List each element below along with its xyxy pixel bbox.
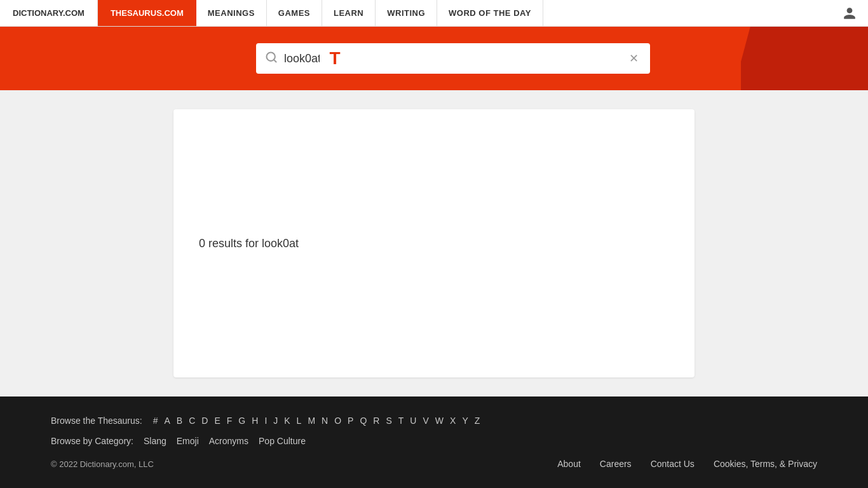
browse-category-label: Browse by Category: bbox=[51, 436, 133, 446]
clear-search-button[interactable]: ✕ bbox=[627, 49, 641, 68]
browse-letters-row: Browse the Thesaurus: # A B C D E F G H … bbox=[51, 416, 817, 426]
browse-letter-q[interactable]: Q bbox=[358, 416, 369, 426]
logo-icon: T bbox=[320, 43, 350, 74]
nav-meanings[interactable]: MEANINGS bbox=[196, 0, 267, 26]
browse-letter-j[interactable]: J bbox=[271, 416, 280, 426]
site-header: T ✕ bbox=[0, 27, 868, 90]
browse-letter-i[interactable]: I bbox=[262, 416, 269, 426]
footer-careers-link[interactable]: Careers bbox=[600, 459, 632, 469]
browse-letter-e[interactable]: E bbox=[212, 416, 222, 426]
footer-links: About Careers Contact Us Cookies, Terms,… bbox=[557, 459, 817, 469]
browse-letter-k[interactable]: K bbox=[282, 416, 292, 426]
thesaurus-tab[interactable]: THESAURUS.COM bbox=[98, 0, 196, 26]
browse-letter-r[interactable]: R bbox=[371, 416, 381, 426]
browse-letter-m[interactable]: M bbox=[306, 416, 317, 426]
browse-letter-u[interactable]: U bbox=[408, 416, 418, 426]
browse-letter-n[interactable]: N bbox=[320, 416, 330, 426]
browse-letter-p[interactable]: P bbox=[346, 416, 355, 426]
browse-letter-o[interactable]: O bbox=[332, 416, 343, 426]
results-card: 0 results for look0at bbox=[173, 109, 695, 377]
footer-about-link[interactable]: About bbox=[557, 459, 581, 469]
browse-thesaurus-label: Browse the Thesaurus: bbox=[51, 416, 142, 426]
main-content: 0 results for look0at bbox=[0, 90, 868, 396]
browse-letter-x[interactable]: X bbox=[448, 416, 458, 426]
category-pop-culture[interactable]: Pop Culture bbox=[259, 436, 306, 446]
top-navigation: DICTIONARY.COM THESAURUS.COM MEANINGS GA… bbox=[0, 0, 868, 27]
nav-links: MEANINGS GAMES LEARN WRITING WORD OF THE… bbox=[196, 0, 831, 26]
site-footer: Browse the Thesaurus: # A B C D E F G H … bbox=[0, 396, 868, 488]
browse-letter-b[interactable]: B bbox=[175, 416, 184, 426]
svg-line-1 bbox=[274, 59, 276, 62]
footer-cookies-link[interactable]: Cookies, Terms, & Privacy bbox=[714, 459, 817, 469]
browse-letter-g[interactable]: G bbox=[236, 416, 247, 426]
nav-word-of-day[interactable]: WORD OF THE DAY bbox=[437, 0, 543, 26]
header-decoration bbox=[741, 27, 868, 90]
footer-contact-link[interactable]: Contact Us bbox=[651, 459, 695, 469]
browse-letter-a[interactable]: A bbox=[163, 416, 172, 426]
nav-games[interactable]: GAMES bbox=[267, 0, 322, 26]
search-icon bbox=[265, 51, 278, 67]
browse-letter-c[interactable]: C bbox=[187, 416, 197, 426]
browse-letter-y[interactable]: Y bbox=[460, 416, 470, 426]
copyright-text: © 2022 Dictionary.com, LLC bbox=[51, 459, 154, 469]
user-icon bbox=[843, 6, 857, 20]
browse-letter-w[interactable]: W bbox=[433, 416, 445, 426]
footer-bottom: © 2022 Dictionary.com, LLC About Careers… bbox=[51, 459, 817, 469]
browse-letter-v[interactable]: V bbox=[421, 416, 430, 426]
category-emoji[interactable]: Emoji bbox=[177, 436, 199, 446]
browse-letter-z[interactable]: Z bbox=[473, 416, 482, 426]
browse-letter-f[interactable]: F bbox=[225, 416, 234, 426]
category-acronyms[interactable]: Acronyms bbox=[209, 436, 248, 446]
browse-letter-h[interactable]: H bbox=[250, 416, 260, 426]
browse-letter-d[interactable]: D bbox=[200, 416, 210, 426]
user-account-button[interactable] bbox=[831, 0, 868, 26]
results-text: 0 results for look0at bbox=[199, 237, 299, 250]
dictionary-tab[interactable]: DICTIONARY.COM bbox=[0, 0, 98, 26]
nav-learn[interactable]: LEARN bbox=[322, 0, 376, 26]
nav-writing[interactable]: WRITING bbox=[376, 0, 437, 26]
search-bar: ✕ bbox=[256, 43, 650, 74]
category-slang[interactable]: Slang bbox=[144, 436, 166, 446]
browse-letter-s[interactable]: S bbox=[384, 416, 393, 426]
site-logo[interactable]: T bbox=[320, 43, 350, 74]
browse-letter-t[interactable]: T bbox=[397, 416, 406, 426]
browse-letter-hash[interactable]: # bbox=[151, 416, 160, 426]
browse-letter-l[interactable]: L bbox=[295, 416, 304, 426]
browse-categories-row: Browse by Category: Slang Emoji Acronyms… bbox=[51, 436, 817, 446]
